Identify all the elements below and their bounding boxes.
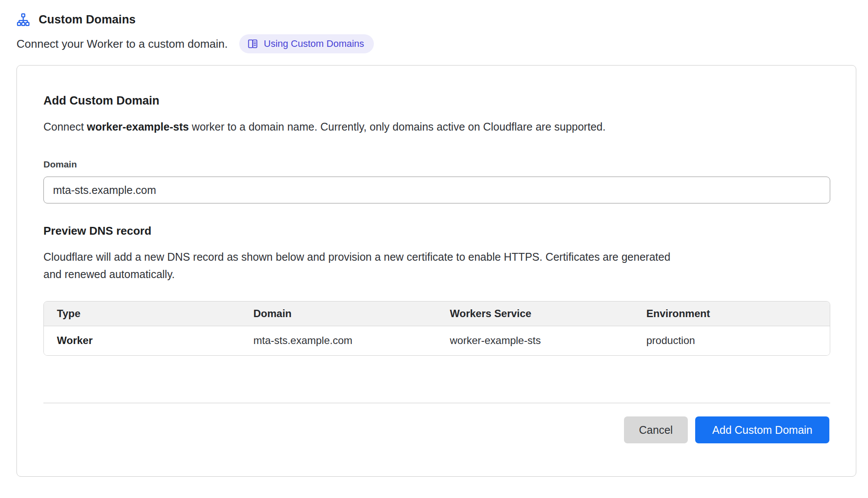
worker-name: worker-example-sts: [87, 121, 189, 133]
add-custom-domain-card: Add Custom Domain Connect worker-example…: [17, 65, 856, 477]
cancel-button[interactable]: Cancel: [624, 416, 688, 443]
add-custom-domain-button[interactable]: Add Custom Domain: [695, 416, 829, 443]
card-heading: Add Custom Domain: [43, 94, 829, 108]
intro-suffix: worker to a domain name. Currently, only…: [189, 121, 606, 133]
table-header-row: Type Domain Workers Service Environment: [44, 301, 830, 326]
sitemap-icon: [17, 13, 30, 26]
domain-field-label: Domain: [43, 159, 829, 170]
page-header: Custom Domains Connect your Worker to a …: [17, 13, 856, 53]
open-book-icon: [247, 38, 258, 49]
page-title: Custom Domains: [39, 13, 135, 26]
preview-dns-heading: Preview DNS record: [43, 224, 829, 238]
column-header-domain: Domain: [241, 301, 437, 326]
page-subtitle: Connect your Worker to a custom domain.: [17, 37, 228, 51]
column-header-workers-service: Workers Service: [437, 301, 634, 326]
domain-field-group: Domain: [43, 159, 829, 203]
column-header-environment: Environment: [634, 301, 830, 326]
title-row: Custom Domains: [17, 13, 856, 26]
using-custom-domains-docs-link[interactable]: Using Custom Domains: [239, 34, 374, 53]
footer-divider: [43, 403, 830, 403]
dns-record-table: Type Domain Workers Service Environment …: [43, 301, 830, 356]
subtitle-row: Connect your Worker to a custom domain. …: [17, 34, 856, 53]
cell-type: Worker: [44, 326, 241, 355]
domain-input[interactable]: [43, 177, 830, 203]
card-actions: Cancel Add Custom Domain: [43, 416, 829, 443]
card-intro-text: Connect worker-example-sts worker to a d…: [43, 121, 829, 133]
docs-badge-label: Using Custom Domains: [264, 38, 364, 49]
cell-domain: mta-sts.example.com: [241, 326, 437, 355]
column-header-type: Type: [44, 301, 241, 326]
intro-prefix: Connect: [43, 121, 87, 133]
cell-workers-service: worker-example-sts: [437, 326, 634, 355]
preview-dns-description: Cloudflare will add a new DNS record as …: [43, 248, 677, 283]
cell-environment: production: [634, 326, 830, 355]
table-row: Worker mta-sts.example.com worker-exampl…: [44, 326, 830, 355]
custom-domains-page: Custom Domains Connect your Worker to a …: [0, 0, 868, 477]
